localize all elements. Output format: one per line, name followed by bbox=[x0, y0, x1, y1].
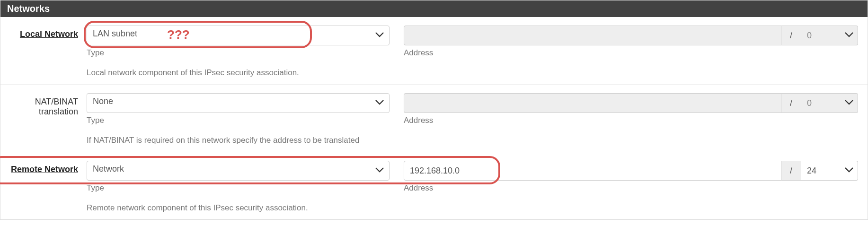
remote-help-text: Remote network component of this IPsec s… bbox=[87, 203, 858, 213]
row-nat-binat: NAT/BINAT translation None Type / bbox=[0, 85, 868, 152]
local-help-text: Local network component of this IPsec se… bbox=[87, 68, 858, 78]
label-local-network[interactable]: Local Network bbox=[20, 29, 78, 39]
label-nat-binat: NAT/BINAT translation bbox=[35, 97, 78, 116]
slash-addon: / bbox=[781, 161, 801, 181]
nat-help-text: If NAT/BINAT is required on this network… bbox=[87, 136, 858, 145]
local-address-input bbox=[404, 26, 781, 45]
remote-type-sublabel: Type bbox=[87, 183, 390, 193]
slash-addon: / bbox=[781, 26, 801, 45]
nat-mask-select bbox=[801, 93, 858, 113]
panel-title: Networks bbox=[0, 0, 868, 17]
nat-type-sublabel: Type bbox=[87, 116, 390, 125]
local-type-sublabel: Type bbox=[87, 48, 390, 58]
slash-addon: / bbox=[781, 93, 801, 113]
local-type-select[interactable]: LAN subnet bbox=[87, 26, 390, 45]
remote-type-select[interactable]: Network bbox=[87, 161, 390, 181]
row-remote-network: Remote Network Network Type / bbox=[0, 152, 868, 219]
nat-address-sublabel: Address bbox=[404, 116, 858, 125]
local-address-sublabel: Address bbox=[404, 48, 858, 58]
row-local-network: Local Network LAN subnet ??? Type bbox=[0, 17, 868, 85]
remote-address-input[interactable] bbox=[404, 161, 781, 181]
nat-type-select[interactable]: None bbox=[87, 93, 390, 113]
local-mask-select bbox=[801, 26, 858, 45]
networks-panel: Networks Local Network LAN subnet ??? Ty… bbox=[0, 0, 868, 220]
remote-address-sublabel: Address bbox=[404, 183, 858, 193]
remote-mask-select[interactable] bbox=[801, 161, 858, 181]
nat-address-input bbox=[404, 93, 781, 113]
label-remote-network[interactable]: Remote Network bbox=[11, 165, 78, 174]
